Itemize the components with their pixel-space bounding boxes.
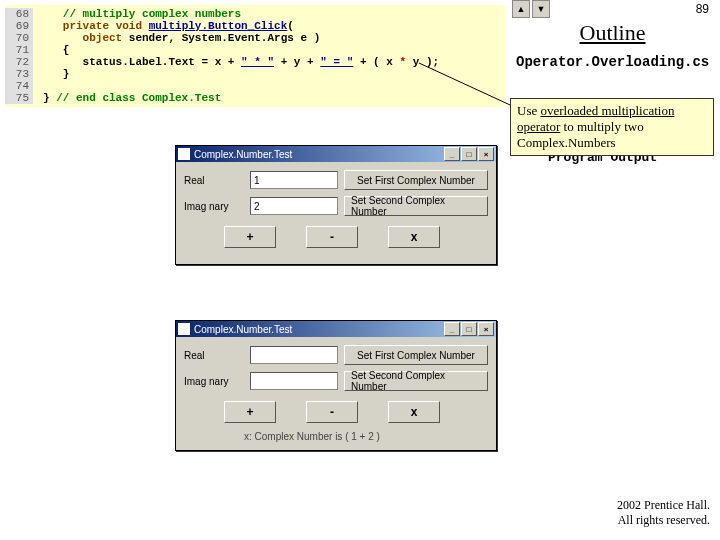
callout-box: Use overloaded multiplication operator t… bbox=[510, 98, 714, 156]
maximize-button[interactable]: □ bbox=[461, 322, 477, 336]
code-line: 73 } bbox=[5, 68, 505, 80]
window-icon bbox=[178, 148, 190, 160]
down-arrow-icon[interactable]: ▼ bbox=[532, 0, 550, 18]
callout-text-1: Use bbox=[517, 103, 540, 118]
real-label: Real bbox=[184, 350, 244, 361]
set-first-button[interactable]: Set First Complex Number bbox=[344, 170, 488, 190]
set-second-button[interactable]: Set Second Complex Number bbox=[344, 196, 488, 216]
outline-title: Outline bbox=[510, 20, 715, 46]
real-field[interactable] bbox=[250, 346, 338, 364]
up-arrow-icon[interactable]: ▲ bbox=[512, 0, 530, 18]
line-number: 69 bbox=[5, 20, 33, 32]
plus-button[interactable]: + bbox=[224, 226, 276, 248]
code-text: status.Label.Text = x + " * " + y + " = … bbox=[33, 56, 439, 68]
slide-number: 89 bbox=[696, 2, 709, 16]
code-text: } // end class Complex.Test bbox=[33, 92, 221, 104]
footer-line-1: 2002 Prentice Hall. bbox=[617, 498, 710, 513]
plus-button[interactable]: + bbox=[224, 401, 276, 423]
imaginary-label: Imag nary bbox=[184, 201, 244, 212]
code-text bbox=[33, 80, 43, 92]
multiply-button[interactable]: x bbox=[388, 226, 440, 248]
code-line: 72 status.Label.Text = x + " * " + y + "… bbox=[5, 56, 505, 68]
imaginary-label: Imag nary bbox=[184, 376, 244, 387]
minimize-button[interactable]: _ bbox=[444, 147, 460, 161]
titlebar: Complex.Number.Test _ □ × bbox=[176, 146, 496, 162]
code-text: object sender, System.Event.Args e ) bbox=[33, 32, 320, 44]
line-number: 68 bbox=[5, 8, 33, 20]
code-text: { bbox=[33, 44, 69, 56]
code-block: 68 // multiply complex numbers69 private… bbox=[5, 5, 505, 107]
outline-sidebar: 89 ▲ ▼ Outline Operator.Overloading.cs bbox=[510, 0, 715, 78]
imaginary-field[interactable]: 2 bbox=[250, 197, 338, 215]
minimize-button[interactable]: _ bbox=[444, 322, 460, 336]
close-button[interactable]: × bbox=[478, 322, 494, 336]
line-number: 71 bbox=[5, 44, 33, 56]
source-filename: Operator.Overloading.cs bbox=[510, 52, 715, 78]
set-second-button[interactable]: Set Second Complex Number bbox=[344, 371, 488, 391]
set-first-button[interactable]: Set First Complex Number bbox=[344, 345, 488, 365]
imaginary-field[interactable] bbox=[250, 372, 338, 390]
line-number: 72 bbox=[5, 56, 33, 68]
titlebar: Complex.Number.Test _ □ × bbox=[176, 321, 496, 337]
close-button[interactable]: × bbox=[478, 147, 494, 161]
code-line: 69 private void multiply.Button_Click( bbox=[5, 20, 505, 32]
window-title: Complex.Number.Test bbox=[194, 149, 443, 160]
code-line: 75} // end class Complex.Test bbox=[5, 92, 505, 104]
copyright-footer: 2002 Prentice Hall. All rights reserved. bbox=[617, 498, 710, 528]
code-line: 74 bbox=[5, 80, 505, 92]
maximize-button[interactable]: □ bbox=[461, 147, 477, 161]
status-label: x: Complex Number is ( 1 + 2 ) bbox=[184, 431, 488, 442]
line-number: 70 bbox=[5, 32, 33, 44]
dialog-2: Complex.Number.Test _ □ × Real Set First… bbox=[175, 320, 497, 451]
footer-line-2: All rights reserved. bbox=[617, 513, 710, 528]
dialog-1: Complex.Number.Test _ □ × Real 1 Set Fir… bbox=[175, 145, 497, 265]
code-text: private void multiply.Button_Click( bbox=[33, 20, 294, 32]
multiply-button[interactable]: x bbox=[388, 401, 440, 423]
minus-button[interactable]: - bbox=[306, 226, 358, 248]
code-text: } bbox=[33, 68, 69, 80]
code-line: 68 // multiply complex numbers bbox=[5, 8, 505, 20]
code-text: // multiply complex numbers bbox=[33, 8, 241, 20]
line-number: 75 bbox=[5, 92, 33, 104]
line-number: 73 bbox=[5, 68, 33, 80]
code-line: 70 object sender, System.Event.Args e ) bbox=[5, 32, 505, 44]
window-icon bbox=[178, 323, 190, 335]
real-label: Real bbox=[184, 175, 244, 186]
line-number: 74 bbox=[5, 80, 33, 92]
nav-arrows: ▲ ▼ bbox=[512, 0, 715, 18]
real-field[interactable]: 1 bbox=[250, 171, 338, 189]
code-line: 71 { bbox=[5, 44, 505, 56]
window-title: Complex.Number.Test bbox=[194, 324, 443, 335]
minus-button[interactable]: - bbox=[306, 401, 358, 423]
